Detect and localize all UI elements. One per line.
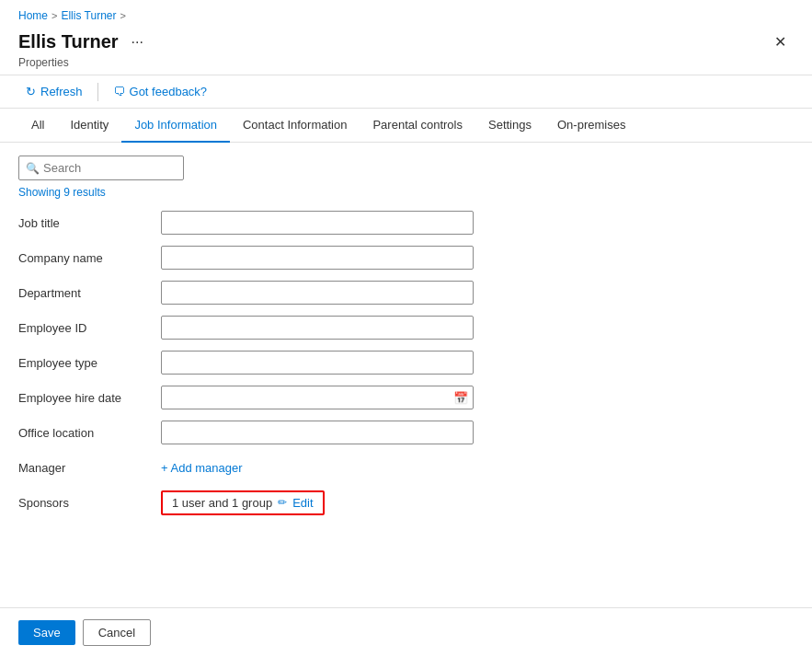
input-company-name[interactable] bbox=[161, 246, 474, 270]
label-office-location: Office location bbox=[18, 426, 161, 440]
tab-on-premises[interactable]: On-premises bbox=[544, 109, 638, 143]
feedback-icon: 🗨 bbox=[113, 85, 125, 98]
breadcrumb-separator2: > bbox=[120, 10, 125, 21]
sponsors-text: 1 user and 1 group bbox=[172, 496, 272, 510]
form-row-job-title: Job title bbox=[18, 210, 794, 236]
label-employee-id: Employee ID bbox=[18, 321, 161, 335]
feedback-button[interactable]: 🗨 Got feedback? bbox=[106, 81, 215, 102]
form-row-employee-id: Employee ID bbox=[18, 315, 794, 340]
input-office-location[interactable] bbox=[161, 421, 474, 444]
search-container: 🔍 bbox=[18, 156, 184, 180]
form-row-office-location: Office location bbox=[18, 420, 794, 445]
label-manager: Manager bbox=[18, 461, 161, 475]
date-input-wrapper: 📅 bbox=[161, 386, 474, 409]
form-row-employee-hire-date: Employee hire date 📅 bbox=[18, 385, 794, 410]
search-input[interactable] bbox=[18, 156, 184, 180]
refresh-label: Refresh bbox=[40, 85, 83, 98]
form-row-sponsors: Sponsors 1 user and 1 group ✏ Edit bbox=[18, 490, 794, 515]
form-row-department: Department bbox=[18, 280, 794, 305]
sponsors-edit-link[interactable]: Edit bbox=[292, 496, 313, 510]
page-header: Ellis Turner ··· ✕ bbox=[0, 26, 812, 56]
page-title: Ellis Turner bbox=[18, 31, 119, 52]
form-row-company-name: Company name bbox=[18, 245, 794, 271]
add-manager-button[interactable]: + Add manager bbox=[161, 459, 243, 477]
save-button[interactable]: Save bbox=[18, 620, 75, 645]
properties-label: Properties bbox=[0, 56, 812, 75]
tab-job-information[interactable]: Job Information bbox=[121, 109, 230, 143]
ellipsis-button[interactable]: ··· bbox=[126, 32, 149, 52]
search-icon: 🔍 bbox=[26, 162, 40, 175]
label-department: Department bbox=[18, 286, 161, 300]
content-area: 🔍 Showing 9 results Job title Company na… bbox=[0, 143, 812, 537]
edit-icon: ✏ bbox=[278, 496, 287, 509]
tab-parental-controls[interactable]: Parental controls bbox=[360, 109, 475, 143]
form-row-employee-type: Employee type bbox=[18, 350, 794, 375]
refresh-button[interactable]: ↻ Refresh bbox=[18, 81, 90, 102]
breadcrumb: Home > Ellis Turner > bbox=[0, 0, 812, 26]
input-employee-type[interactable] bbox=[161, 351, 474, 375]
label-employee-type: Employee type bbox=[18, 356, 161, 370]
input-employee-hire-date[interactable] bbox=[161, 386, 474, 409]
input-job-title[interactable] bbox=[161, 211, 474, 235]
tab-settings[interactable]: Settings bbox=[475, 109, 544, 143]
footer: Save Cancel bbox=[0, 607, 812, 657]
refresh-icon: ↻ bbox=[26, 85, 36, 98]
tab-bar: All Identity Job Information Contact Inf… bbox=[0, 109, 812, 143]
breadcrumb-user[interactable]: Ellis Turner bbox=[61, 9, 116, 22]
input-employee-id[interactable] bbox=[161, 316, 474, 340]
close-button[interactable]: ✕ bbox=[767, 29, 794, 54]
form-row-manager: Manager + Add manager bbox=[18, 455, 794, 480]
page-header-left: Ellis Turner ··· bbox=[18, 31, 149, 52]
input-department[interactable] bbox=[161, 281, 474, 305]
label-company-name: Company name bbox=[18, 251, 161, 265]
add-manager-label: + Add manager bbox=[161, 461, 243, 475]
tab-all[interactable]: All bbox=[18, 109, 57, 143]
cancel-button[interactable]: Cancel bbox=[83, 619, 151, 646]
label-job-title: Job title bbox=[18, 216, 161, 230]
breadcrumb-separator: > bbox=[51, 10, 57, 21]
results-count: Showing 9 results bbox=[18, 186, 794, 199]
toolbar: ↻ Refresh 🗨 Got feedback? bbox=[0, 75, 812, 109]
tab-identity[interactable]: Identity bbox=[57, 109, 121, 143]
breadcrumb-home[interactable]: Home bbox=[18, 9, 48, 22]
sponsors-value-container: 1 user and 1 group ✏ Edit bbox=[161, 490, 325, 515]
label-sponsors: Sponsors bbox=[18, 496, 161, 510]
toolbar-divider bbox=[97, 83, 98, 101]
label-employee-hire-date: Employee hire date bbox=[18, 391, 161, 405]
feedback-label: Got feedback? bbox=[130, 85, 208, 98]
tab-contact-information[interactable]: Contact Information bbox=[230, 109, 360, 143]
